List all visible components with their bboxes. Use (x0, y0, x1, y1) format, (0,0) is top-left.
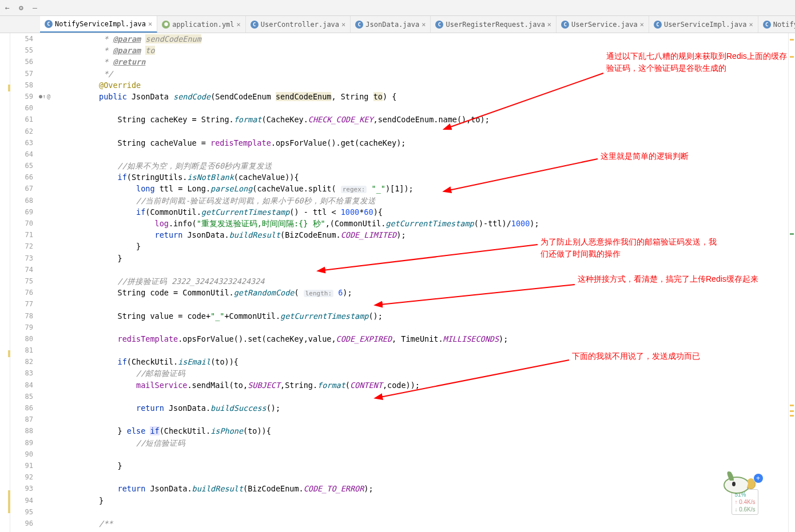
gutter-markers[interactable] (39, 160, 62, 171)
gutter-markers[interactable] (39, 275, 62, 287)
gutter-markers[interactable] (39, 298, 62, 310)
gutter-markers[interactable] (39, 483, 62, 494)
network-widget[interactable]: + 51% ↑ 0.4K/s ↓ 0.6K/s (706, 463, 772, 515)
tab-jsondata-java[interactable]: CJsonData.java× (351, 16, 431, 33)
gutter-markers[interactable] (39, 437, 62, 449)
gutter-markers[interactable] (39, 333, 62, 345)
code-line[interactable]: 91 } (10, 460, 795, 471)
code-line[interactable]: 67 long ttl = Long.parseLong(cacheValue.… (10, 183, 795, 194)
stripe-mark[interactable] (790, 405, 794, 406)
gutter-markers[interactable] (39, 518, 62, 529)
gutter-markers[interactable] (39, 183, 62, 194)
code-line[interactable]: 63 String cacheValue = redisTemplate.ops… (10, 137, 795, 149)
code-line[interactable]: 61 String cacheKey = String.format(Cache… (10, 114, 795, 125)
tab-userservice-java[interactable]: CUserService.java× (556, 16, 649, 33)
gutter-markers[interactable] (39, 287, 62, 298)
gutter-markers[interactable] (39, 206, 62, 218)
code-line[interactable]: 87 (10, 414, 795, 425)
code-line[interactable]: 93 return JsonData.buildResult(BizCodeEn… (10, 483, 795, 494)
code-line[interactable]: 80 redisTemplate.opsForValue().set(cache… (10, 333, 795, 345)
code-line[interactable]: 88 } else if(CheckUtil.isPhone(to)){ (10, 425, 795, 437)
code-line[interactable]: 85 (10, 391, 795, 402)
code-line[interactable]: 55 * @param to (10, 45, 795, 56)
error-stripe[interactable] (788, 33, 795, 532)
gutter-markers[interactable] (39, 471, 62, 483)
gutter-markers[interactable] (39, 460, 62, 471)
gutter-markers[interactable] (39, 68, 62, 79)
code-line[interactable]: 77 (10, 298, 795, 310)
gutter-markers[interactable]: ●↑@ (39, 91, 62, 102)
tab-notifyservice-java[interactable]: CNotifyService.java× (758, 16, 795, 33)
stripe-mark[interactable] (790, 415, 794, 417)
gutter-markers[interactable] (39, 253, 62, 264)
close-icon[interactable]: × (640, 21, 644, 29)
code-line[interactable]: 73 } (10, 253, 795, 264)
gutter-markers[interactable] (39, 310, 62, 322)
gutter-markers[interactable] (39, 356, 62, 367)
code-line[interactable]: 94 } (10, 495, 795, 506)
code-line[interactable]: 54 * @param sendCodeEnum (10, 33, 795, 45)
code-line[interactable]: 86 return JsonData.buildSuccess(); (10, 402, 795, 414)
gutter-markers[interactable] (39, 506, 62, 518)
code-line[interactable]: 56 * @return (10, 56, 795, 67)
code-line[interactable]: 78 String value = code+"_"+CommonUtil.ge… (10, 310, 795, 322)
code-line[interactable]: 81 (10, 345, 795, 356)
gutter-markers[interactable] (39, 495, 62, 506)
gutter-markers[interactable] (39, 149, 62, 160)
close-icon[interactable]: × (148, 20, 152, 28)
code-line[interactable]: 79 (10, 322, 795, 333)
gutter-markers[interactable] (39, 137, 62, 149)
gutter-markers[interactable] (39, 425, 62, 437)
tab-userserviceimpl-java[interactable]: CUserServiceImpl.java× (649, 16, 758, 33)
close-icon[interactable]: × (749, 21, 753, 29)
stripe-mark[interactable] (790, 56, 794, 58)
code-line[interactable]: 74 (10, 264, 795, 275)
stripe-mark[interactable] (790, 233, 794, 235)
minus-icon[interactable]: — (30, 3, 40, 13)
code-line[interactable]: 66 if(StringUtils.isNotBlank(cacheValue)… (10, 171, 795, 183)
plus-badge-icon[interactable]: + (754, 474, 763, 483)
code-line[interactable]: 96 /** (10, 518, 795, 529)
code-line[interactable]: 89 //短信验证码 (10, 437, 795, 449)
code-line[interactable]: 69 if(CommonUtil.getCurrentTimestamp() -… (10, 206, 795, 218)
gutter-markers[interactable] (39, 114, 62, 125)
gutter-markers[interactable] (39, 449, 62, 460)
code-line[interactable]: 92 (10, 471, 795, 483)
code-line[interactable]: 83 //邮箱验证码 (10, 367, 795, 379)
tab-notifyserviceimpl-java[interactable]: CNotifyServiceImpl.java× (40, 16, 157, 33)
code-line[interactable]: 57 */ (10, 68, 795, 79)
stripe-mark[interactable] (790, 410, 794, 412)
gutter-markers[interactable] (39, 45, 62, 56)
gutter-markers[interactable] (39, 126, 62, 137)
code-line[interactable]: 62 (10, 126, 795, 137)
gutter-markers[interactable] (39, 414, 62, 425)
close-icon[interactable]: × (422, 21, 426, 29)
code-line[interactable]: 65 //如果不为空，则判断是否60秒内重复发送 (10, 160, 795, 171)
code-line[interactable]: 68 //当前时间戳-验证码发送时间戳，如果小于60秒，则不给重复发送 (10, 195, 795, 206)
gutter-markers[interactable] (39, 195, 62, 206)
code-line[interactable]: 64 (10, 149, 795, 160)
code-editor[interactable]: 54 * @param sendCodeEnum55 * @param to56… (10, 33, 795, 532)
code-line[interactable]: 76 String code = CommonUtil.getRandomCod… (10, 287, 795, 298)
code-line[interactable]: 71 return JsonData.buildResult(BizCodeEn… (10, 229, 795, 241)
gutter-markers[interactable] (39, 241, 62, 252)
code-line[interactable]: 72 } (10, 241, 795, 252)
gutter-markers[interactable] (39, 56, 62, 67)
gutter-markers[interactable] (39, 171, 62, 183)
code-line[interactable]: 95 (10, 506, 795, 518)
gutter-markers[interactable] (39, 322, 62, 333)
code-line[interactable]: 90 (10, 449, 795, 460)
tab-application-yml[interactable]: ⬢application.yml× (157, 16, 246, 33)
tab-userregisterrequest-java[interactable]: CUserRegisterRequest.java× (431, 16, 556, 33)
code-line[interactable]: 60 (10, 102, 795, 114)
close-icon[interactable]: × (341, 21, 345, 29)
gutter-markers[interactable] (39, 264, 62, 275)
gutter-markers[interactable] (39, 367, 62, 379)
close-icon[interactable]: × (547, 21, 551, 29)
code-line[interactable]: 59●↑@ public JsonData sendCode(SendCodeE… (10, 91, 795, 102)
gear-icon[interactable]: ⚙ (16, 3, 26, 13)
gutter-markers[interactable] (39, 79, 62, 91)
code-line[interactable]: 58 @Override (10, 79, 795, 91)
gutter-markers[interactable] (39, 102, 62, 114)
gutter-markers[interactable] (39, 33, 62, 45)
